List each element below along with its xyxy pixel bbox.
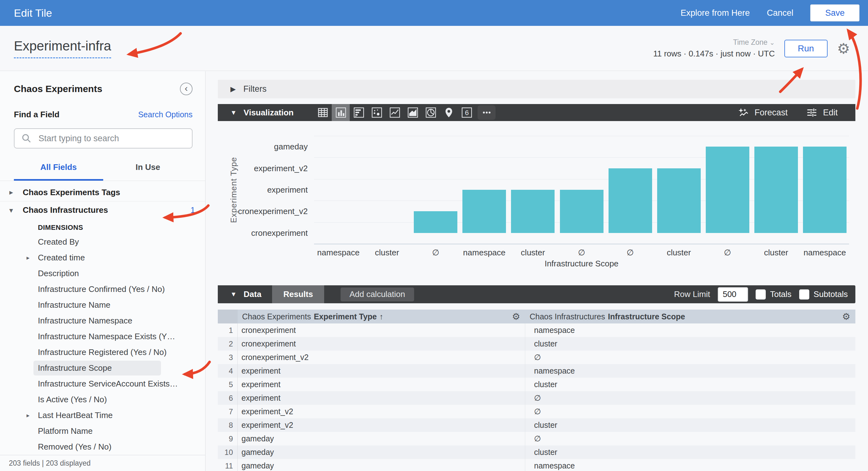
table-row[interactable]: 5experimentcluster	[218, 378, 856, 391]
tab-all-fields[interactable]: All Fields	[14, 162, 103, 181]
results-tab[interactable]: Results	[272, 285, 324, 303]
column-field-name: Infrastructure Scope	[608, 312, 685, 321]
cell-infrastructure-scope[interactable]: ∅	[525, 350, 856, 364]
column-gear-icon[interactable]: ⚙	[512, 311, 520, 322]
cell-experiment-type[interactable]: gameday	[238, 459, 525, 471]
sidebar-field-infrastructure-scope[interactable]: Infrastructure Scope	[0, 360, 205, 376]
collapse-sidebar-icon[interactable]: ‹	[180, 82, 192, 95]
cell-infrastructure-scope[interactable]: ∅	[525, 432, 856, 445]
cell-experiment-type[interactable]: cronexperiment	[238, 324, 525, 337]
filters-section[interactable]: ▶ Filters	[218, 80, 856, 98]
column-header-infrastructure-scope[interactable]: Chaos Infrastructures Infrastructure Sco…	[525, 310, 856, 324]
cell-experiment-type[interactable]: experiment	[238, 364, 525, 378]
table-row[interactable]: 8experiment_v2cluster	[218, 418, 856, 432]
table-row[interactable]: 6experiment∅	[218, 391, 856, 405]
table-row[interactable]: 7experiment_v2∅	[218, 405, 856, 418]
sidebar-field-infrastructure-confirmed-yes-no-[interactable]: Infrastructure Confirmed (Yes / No)	[0, 281, 205, 297]
cell-experiment-type[interactable]: experiment_v2	[238, 418, 525, 432]
cell-experiment-type[interactable]: gameday	[238, 432, 525, 445]
map-pin-icon[interactable]	[440, 104, 458, 121]
sidebar-field-infrastructure-namespace[interactable]: Infrastructure Namespace	[0, 313, 205, 329]
chart-bar[interactable]	[657, 168, 701, 233]
more-options-icon[interactable]	[477, 105, 496, 120]
sidebar-field-created-time[interactable]: ▸Created time	[0, 250, 205, 265]
single-value-icon[interactable]: 6	[458, 104, 476, 121]
chart-bar[interactable]	[609, 168, 652, 233]
sidebar-field-infrastructure-namespace-exists-y-[interactable]: Infrastructure Namespace Exists (Y…	[0, 329, 205, 344]
cell-experiment-type[interactable]: experiment	[238, 391, 525, 405]
search-input[interactable]	[38, 134, 186, 143]
sidebar-field-platform-name[interactable]: Platform Name	[0, 423, 205, 439]
area-chart-icon[interactable]	[404, 104, 422, 121]
save-button[interactable]: Save	[810, 4, 860, 22]
row-limit-input[interactable]	[718, 287, 748, 302]
sidebar-group-chaos-experiments-tags[interactable]: ▸Chaos Experiments Tags	[0, 183, 205, 201]
table-row[interactable]: 4experimentnamespace	[218, 364, 856, 378]
scatter-chart-icon[interactable]	[368, 104, 386, 121]
table-row[interactable]: 9gameday∅	[218, 432, 856, 445]
caret-down-icon[interactable]: ▾	[9, 206, 13, 214]
cell-infrastructure-scope[interactable]: namespace	[525, 459, 856, 471]
cell-experiment-type[interactable]: experiment_v2	[238, 405, 525, 418]
search-options-link[interactable]: Search Options	[138, 110, 192, 119]
forecast-button[interactable]: Forecast	[737, 107, 787, 119]
cell-infrastructure-scope[interactable]: ∅	[525, 391, 856, 405]
column-chart-icon[interactable]	[332, 104, 350, 121]
table-chart-icon[interactable]	[314, 104, 332, 121]
cell-experiment-type[interactable]: cronexperiment	[238, 337, 525, 350]
column-header-experiment-type[interactable]: Chaos Experiments Experiment Type ↑ ⚙	[238, 310, 525, 324]
timezone-dropdown[interactable]: Time Zone ⌄	[653, 38, 775, 47]
cell-infrastructure-scope[interactable]: namespace	[525, 364, 856, 378]
line-chart-icon[interactable]	[386, 104, 404, 121]
chart-bar[interactable]	[462, 190, 506, 233]
caret-right-icon[interactable]: ▸	[27, 412, 30, 419]
caret-right-icon[interactable]: ▸	[27, 254, 30, 261]
edit-viz-button[interactable]: Edit	[806, 107, 838, 119]
cell-experiment-type[interactable]: gameday	[238, 445, 525, 459]
cell-experiment-type[interactable]: cronexperiment_v2	[238, 350, 525, 364]
chart-bar[interactable]	[414, 211, 457, 233]
sidebar-field-infrastructure-registered-yes-no-[interactable]: Infrastructure Registered (Yes / No)	[0, 344, 205, 360]
table-row[interactable]: 11gamedaynamespace	[218, 459, 856, 471]
cell-infrastructure-scope[interactable]: ∅	[525, 405, 856, 418]
sidebar-field-is-active-yes-no-[interactable]: Is Active (Yes / No)	[0, 392, 205, 407]
sidebar-group-chaos-infrastructures[interactable]: ▾Chaos Infrastructures1	[0, 201, 205, 219]
chart-bar[interactable]	[803, 146, 846, 233]
cell-experiment-type[interactable]: experiment	[238, 378, 525, 391]
table-row[interactable]: 1cronexperimentnamespace	[218, 324, 856, 337]
cell-infrastructure-scope[interactable]: namespace	[525, 324, 856, 337]
run-button[interactable]: Run	[784, 40, 828, 57]
chevron-down-icon[interactable]: ▼	[230, 109, 237, 116]
gear-icon[interactable]: ⚙	[837, 41, 850, 56]
subtotals-checkbox[interactable]	[799, 290, 809, 300]
caret-right-icon[interactable]: ▸	[9, 189, 13, 196]
chart-bar[interactable]	[560, 190, 603, 233]
sidebar-field-infrastructure-name[interactable]: Infrastructure Name	[0, 297, 205, 313]
sidebar-field-infrastructure-serviceaccount-exists-[interactable]: Infrastructure ServiceAccount Exists…	[0, 376, 205, 392]
tile-title[interactable]: Experiment-infra	[14, 38, 111, 58]
sidebar-field-last-heartbeat-time[interactable]: ▸Last HeartBeat Time	[0, 407, 205, 423]
cell-infrastructure-scope[interactable]: cluster	[525, 445, 856, 459]
sidebar-field-description[interactable]: Description	[0, 265, 205, 281]
chevron-down-icon[interactable]: ▼	[230, 291, 237, 298]
add-calculation-button[interactable]: Add calculation	[341, 288, 414, 301]
bar-chart-icon[interactable]	[350, 104, 368, 121]
tab-in-use[interactable]: In Use	[103, 162, 192, 181]
table-row[interactable]: 3cronexperiment_v2∅	[218, 350, 856, 364]
pie-chart-icon[interactable]	[422, 104, 440, 121]
explore-from-here-link[interactable]: Explore from Here	[681, 8, 750, 18]
chart-bar[interactable]	[511, 190, 555, 233]
sidebar-field-removed-yes-no-[interactable]: Removed (Yes / No)	[0, 439, 205, 455]
column-gear-icon[interactable]: ⚙	[842, 311, 850, 322]
cell-infrastructure-scope[interactable]: cluster	[525, 378, 856, 391]
chart-bar[interactable]	[754, 146, 798, 233]
table-row[interactable]: 2cronexperimentcluster	[218, 337, 856, 350]
table-row[interactable]: 10gamedaycluster	[218, 445, 856, 459]
cell-infrastructure-scope[interactable]: cluster	[525, 418, 856, 432]
chart-bar[interactable]	[706, 146, 749, 233]
sidebar-field-created-by[interactable]: Created By	[0, 234, 205, 250]
cell-infrastructure-scope[interactable]: cluster	[525, 337, 856, 350]
cancel-button[interactable]: Cancel	[767, 8, 793, 18]
totals-checkbox[interactable]	[756, 290, 766, 300]
field-search-box[interactable]	[14, 128, 192, 148]
